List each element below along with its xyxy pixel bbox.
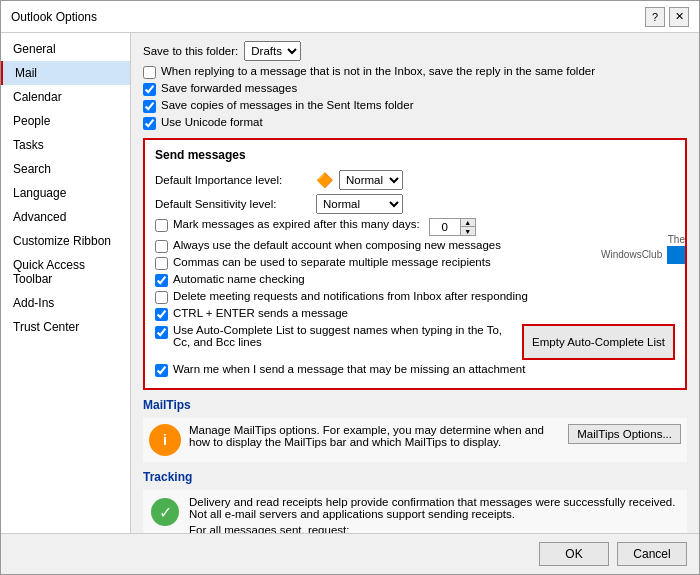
ctrl-enter-row: CTRL + ENTER sends a message xyxy=(155,307,675,321)
mailtips-section: MailTips i Manage MailTips options. For … xyxy=(143,398,687,462)
tracking-description: Delivery and read receipts help provide … xyxy=(189,496,681,520)
send-messages-section: Send messages Default Importance level: … xyxy=(143,138,687,390)
mailtips-title: MailTips xyxy=(143,398,687,412)
sidebar-item-customize-ribbon[interactable]: Customize Ribbon xyxy=(1,229,130,253)
save-to-label: Save to this folder: xyxy=(143,45,238,57)
cancel-button[interactable]: Cancel xyxy=(617,542,687,566)
expired-checkbox[interactable] xyxy=(155,219,168,232)
tracking-title: Tracking xyxy=(143,470,687,484)
commas-label: Commas can be used to separate multiple … xyxy=(173,256,491,268)
tracking-content: ✓ Delivery and read receipts help provid… xyxy=(143,490,687,533)
help-button[interactable]: ? xyxy=(645,7,665,27)
sensitivity-row: Default Sensitivity level: Normal Person… xyxy=(155,194,675,214)
save-forwarded-label: Save forwarded messages xyxy=(161,82,297,94)
watermark-line1: The xyxy=(668,234,685,245)
dialog-title: Outlook Options xyxy=(11,10,97,24)
send-messages-title: Send messages xyxy=(155,148,675,162)
auto-name-label: Automatic name checking xyxy=(173,273,305,285)
auto-name-checkbox[interactable] xyxy=(155,274,168,287)
sidebar-item-trust-center[interactable]: Trust Center xyxy=(1,315,130,339)
tracking-icon-container: ✓ xyxy=(149,496,181,528)
save-forwarded-row: Save forwarded messages xyxy=(143,82,687,96)
reply-save-row: When replying to a message that is not i… xyxy=(143,65,687,79)
auto-name-row: Automatic name checking xyxy=(155,273,675,287)
save-to-dropdown[interactable]: Drafts xyxy=(244,41,301,61)
delete-meeting-row: Delete meeting requests and notification… xyxy=(155,290,675,304)
warn-attachment-row: Warn me when I send a message that may b… xyxy=(155,363,675,377)
autocomplete-row: Use Auto-Complete List to suggest names … xyxy=(155,324,675,360)
save-copies-label: Save copies of messages in the Sent Item… xyxy=(161,99,414,111)
tracking-section: Tracking ✓ Delivery and read receipts he… xyxy=(143,470,687,533)
save-to-row: Save to this folder: Drafts xyxy=(143,41,687,61)
sidebar: General Mail Calendar People Tasks Searc… xyxy=(1,33,131,533)
importance-dropdown[interactable]: Normal Low High xyxy=(339,170,403,190)
save-copies-row: Save copies of messages in the Sent Item… xyxy=(143,99,687,113)
unicode-label: Use Unicode format xyxy=(161,116,263,128)
reply-save-label: When replying to a message that is not i… xyxy=(161,65,595,77)
expired-label: Mark messages as expired after this many… xyxy=(173,218,420,230)
watermark: The WindowsClub xyxy=(601,234,685,264)
mailtips-content: i Manage MailTips options. For example, … xyxy=(143,418,687,462)
top-options: Save to this folder: Drafts When replyin… xyxy=(143,41,687,130)
sidebar-item-mail[interactable]: Mail xyxy=(1,61,130,85)
save-forwarded-checkbox[interactable] xyxy=(143,83,156,96)
dialog-body: General Mail Calendar People Tasks Searc… xyxy=(1,33,699,533)
dialog-footer: OK Cancel xyxy=(1,533,699,574)
unicode-checkbox[interactable] xyxy=(143,117,156,130)
tracking-icon: ✓ xyxy=(151,498,179,526)
reply-save-checkbox[interactable] xyxy=(143,66,156,79)
sensitivity-dropdown[interactable]: Normal Personal Private Confidential xyxy=(316,194,403,214)
empty-autocomplete-button[interactable]: Empty Auto-Complete List xyxy=(522,324,675,360)
commas-checkbox[interactable] xyxy=(155,257,168,270)
autocomplete-text: Use Auto-Complete List to suggest names … xyxy=(155,324,514,348)
sidebar-item-tasks[interactable]: Tasks xyxy=(1,133,130,157)
autocomplete-checkbox[interactable] xyxy=(155,326,168,339)
save-copies-checkbox[interactable] xyxy=(143,100,156,113)
sidebar-item-advanced[interactable]: Advanced xyxy=(1,205,130,229)
importance-label: Default Importance level: xyxy=(155,174,310,186)
commas-row: Commas can be used to separate multiple … xyxy=(155,256,675,270)
sensitivity-label: Default Sensitivity level: xyxy=(155,198,310,210)
close-button[interactable]: ✕ xyxy=(669,7,689,27)
delete-meeting-checkbox[interactable] xyxy=(155,291,168,304)
days-input[interactable] xyxy=(430,219,460,235)
spinner-down-button[interactable]: ▼ xyxy=(461,227,475,235)
ok-button[interactable]: OK xyxy=(539,542,609,566)
days-spinner: ▲ ▼ xyxy=(429,218,476,236)
tracking-info: Delivery and read receipts help provide … xyxy=(189,496,681,533)
sidebar-item-search[interactable]: Search xyxy=(1,157,130,181)
importance-row: Default Importance level: 🔶 Normal Low H… xyxy=(155,170,675,190)
unicode-row: Use Unicode format xyxy=(143,116,687,130)
title-bar-controls: ? ✕ xyxy=(645,7,689,27)
warn-attachment-label: Warn me when I send a message that may b… xyxy=(173,363,525,375)
main-content: Save to this folder: Drafts When replyin… xyxy=(131,33,699,533)
sidebar-item-general[interactable]: General xyxy=(1,37,130,61)
default-account-checkbox[interactable] xyxy=(155,240,168,253)
ctrl-enter-label: CTRL + ENTER sends a message xyxy=(173,307,348,319)
warn-attachment-checkbox[interactable] xyxy=(155,364,168,377)
delete-meeting-label: Delete meeting requests and notification… xyxy=(173,290,528,302)
outlook-options-dialog: Outlook Options ? ✕ General Mail Calenda… xyxy=(0,0,700,575)
tracking-for-all-label: For all messages sent, request: xyxy=(189,524,681,533)
spinner-up-button[interactable]: ▲ xyxy=(461,219,475,227)
watermark-line2: WindowsClub xyxy=(601,249,662,260)
expired-row: Mark messages as expired after this many… xyxy=(155,218,675,236)
title-bar: Outlook Options ? ✕ xyxy=(1,1,699,33)
mailtips-options-button[interactable]: MailTips Options... xyxy=(568,424,681,444)
sidebar-item-addins[interactable]: Add-Ins xyxy=(1,291,130,315)
default-account-label: Always use the default account when comp… xyxy=(173,239,501,251)
mailtips-icon: i xyxy=(149,424,181,456)
default-account-row: Always use the default account when comp… xyxy=(155,239,675,253)
sidebar-item-people[interactable]: People xyxy=(1,109,130,133)
mailtips-description: Manage MailTips options. For example, yo… xyxy=(189,424,560,448)
days-spinner-container: ▲ ▼ xyxy=(429,218,476,236)
watermark-logo xyxy=(667,246,685,264)
importance-icon: 🔶 xyxy=(316,172,333,188)
sidebar-item-language[interactable]: Language xyxy=(1,181,130,205)
sidebar-item-quick-access[interactable]: Quick Access Toolbar xyxy=(1,253,130,291)
sidebar-item-calendar[interactable]: Calendar xyxy=(1,85,130,109)
spinner-buttons: ▲ ▼ xyxy=(460,219,475,235)
autocomplete-label: Use Auto-Complete List to suggest names … xyxy=(173,324,514,348)
ctrl-enter-checkbox[interactable] xyxy=(155,308,168,321)
